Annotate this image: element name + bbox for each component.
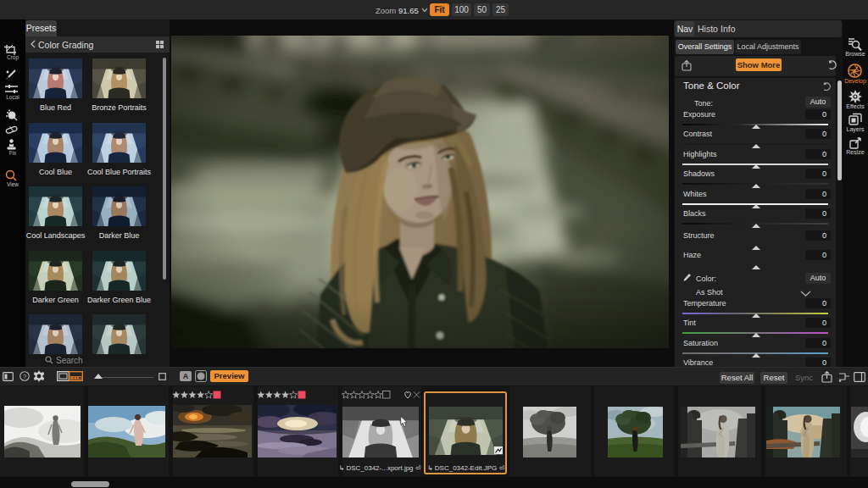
svg-text:?: ? — [23, 373, 27, 380]
